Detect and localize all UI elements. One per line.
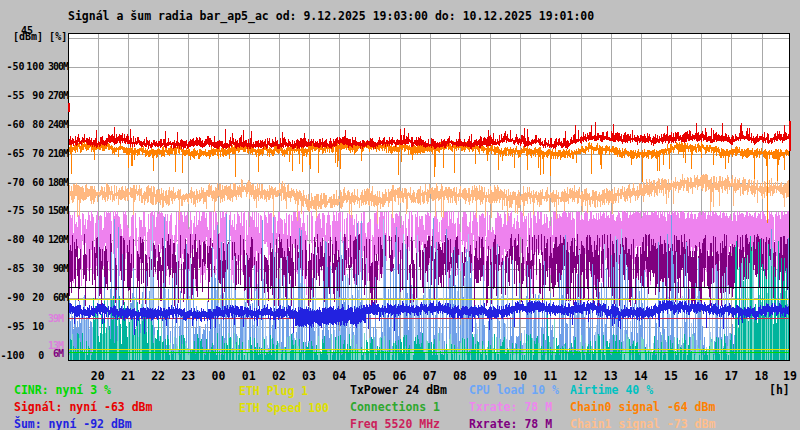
legend-column-radio: TxPower 24 dBmConnections 1Freq 5520 MHz <box>350 382 447 430</box>
legend-column-eth: ETH Plug 1ETH Speed 100 <box>239 383 329 417</box>
y-axis-row: -853090M <box>0 263 68 274</box>
hour-label: 11 <box>536 369 564 383</box>
hour-label: 06 <box>386 369 414 383</box>
rate-marker-label: 6M <box>38 348 63 359</box>
hour-label: 14 <box>627 369 655 383</box>
y-axis-row: -7550150M <box>0 205 68 216</box>
hour-label: 07 <box>416 369 444 383</box>
hour-label: 05 <box>355 369 383 383</box>
hour-label: 09 <box>476 369 504 383</box>
hour-label: 08 <box>446 369 474 383</box>
legend-item: Chain0 signal -64 dBm <box>570 399 715 416</box>
legend-item: ETH Speed 100 <box>239 400 329 417</box>
legend-item: Šum: nyní -92 dBm <box>14 416 152 430</box>
legend-item: Chain1 signal -73 dBm <box>570 416 715 430</box>
hour-label: 04 <box>325 369 353 383</box>
hour-label: 23 <box>174 369 202 383</box>
x-axis-unit-label: [h] <box>769 383 790 397</box>
mrtg-signal-noise-graph: Signál a šum radia bar_ap5_ac od: 9.12.2… <box>0 0 800 430</box>
y-axis-row: -7060180M <box>0 177 68 188</box>
hour-label: 17 <box>717 369 745 383</box>
y-axis-row: -6080240M <box>0 119 68 130</box>
hour-label: 01 <box>235 369 263 383</box>
legend-item: Rxrate: 78 M <box>469 416 559 430</box>
y-axis-row: -8040120M <box>0 234 68 245</box>
hour-label: 12 <box>567 369 595 383</box>
legend-item: Txrate: 78 M <box>469 399 559 416</box>
legend-column-rates: CPU load 10 %Txrate: 78 MRxrate: 78 M <box>469 382 559 430</box>
hour-label: 02 <box>265 369 293 383</box>
legend-item: ETH Plug 1 <box>239 383 329 400</box>
hour-label: 18 <box>748 369 776 383</box>
legend-item: Airtime 40 % <box>570 382 715 399</box>
y-axis-row: -5590270M <box>0 90 68 101</box>
y-axis-row: -50100300M <box>0 61 68 72</box>
y-axis-row: -6570210M <box>0 148 68 159</box>
y-axis-row: -902060M <box>0 292 68 303</box>
rate-marker-label: 39M <box>38 313 63 324</box>
legend-item: TxPower 24 dBm <box>350 382 447 399</box>
hour-label: 19 <box>776 369 800 383</box>
legend-item: CPU load 10 % <box>469 382 559 399</box>
legend-column-chains: Airtime 40 %Chain0 signal -64 dBmChain1 … <box>570 382 715 430</box>
legend-item: Signál: nyní -63 dBm <box>14 399 152 416</box>
hour-label: 22 <box>144 369 172 383</box>
legend-column-current-values: CINR: nyní 3 %Signál: nyní -63 dBmŠum: n… <box>14 382 152 430</box>
hour-label: 13 <box>597 369 625 383</box>
chart-plot-area <box>0 0 800 430</box>
hour-label: 16 <box>687 369 715 383</box>
hour-label: 20 <box>84 369 112 383</box>
hour-label: 03 <box>295 369 323 383</box>
hour-label: 00 <box>204 369 232 383</box>
hour-label: 15 <box>657 369 685 383</box>
hour-label: 10 <box>506 369 534 383</box>
legend-item: Freq 5520 MHz <box>350 416 447 430</box>
legend-item: CINR: nyní 3 % <box>14 382 152 399</box>
legend-item: Connections 1 <box>350 399 447 416</box>
hour-label: 21 <box>114 369 142 383</box>
